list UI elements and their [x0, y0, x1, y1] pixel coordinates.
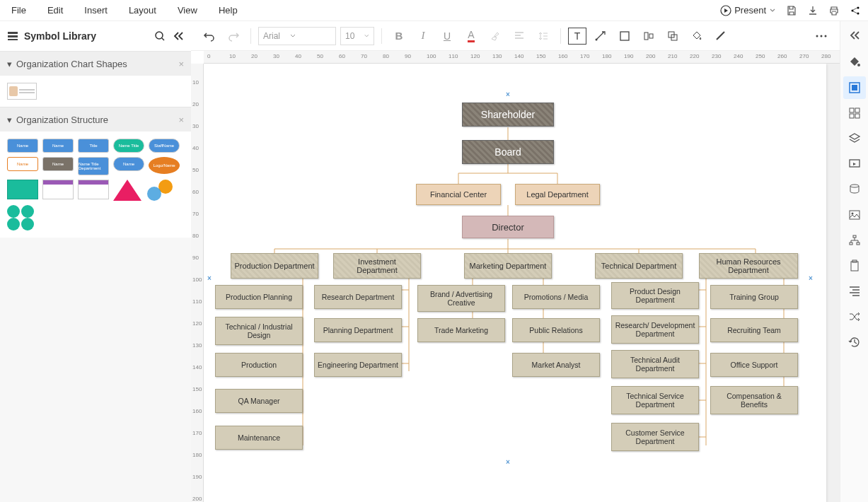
- shape-thumb[interactable]: [7, 83, 37, 100]
- node-sub[interactable]: Product Design Department: [611, 282, 699, 309]
- node-sub[interactable]: Engineering Department: [314, 353, 402, 377]
- node-sub[interactable]: Technical Service Department: [611, 386, 699, 414]
- fill-button[interactable]: [687, 26, 707, 46]
- selection-handle[interactable]: ×: [809, 274, 813, 282]
- slides-icon[interactable]: [843, 153, 866, 175]
- search-icon[interactable]: [154, 30, 166, 42]
- line-style-button[interactable]: [711, 26, 731, 46]
- node-sub[interactable]: Brand / Advertising Creative: [417, 285, 505, 312]
- node-sub[interactable]: Trade Marketing: [417, 318, 505, 342]
- node-sub[interactable]: Training Group: [710, 285, 798, 309]
- history-icon[interactable]: [843, 331, 866, 354]
- font-color-button[interactable]: A: [461, 26, 481, 46]
- node-dept[interactable]: Human Resources Department: [699, 253, 798, 279]
- shape-thumb[interactable]: Name Title Department: [78, 157, 109, 175]
- menu-layout[interactable]: Layout: [129, 5, 156, 16]
- download-icon[interactable]: [807, 5, 818, 16]
- node-sub[interactable]: Public Relations: [512, 318, 600, 342]
- shape-thumb[interactable]: [7, 205, 38, 230]
- node-sub[interactable]: Technical / Industrial Design: [215, 317, 303, 345]
- node-sub[interactable]: QA Manager: [215, 389, 303, 413]
- align-objects-button[interactable]: [639, 26, 659, 46]
- redo-button[interactable]: [224, 26, 243, 46]
- node-shareholder[interactable]: Shareholder: [462, 103, 554, 127]
- node-sub[interactable]: Research/ Development Department: [611, 315, 699, 344]
- text-tool-button[interactable]: T: [568, 28, 586, 45]
- shape-thumb[interactable]: Name: [113, 157, 144, 171]
- menu-edit[interactable]: Edit: [47, 5, 63, 16]
- scrollbar-vertical[interactable]: [830, 64, 840, 502]
- bold-button[interactable]: B: [389, 26, 409, 46]
- clipboard-icon[interactable]: [843, 255, 866, 277]
- underline-button[interactable]: U: [437, 26, 457, 46]
- menu-file[interactable]: File: [11, 5, 26, 16]
- shape-thumb[interactable]: [113, 180, 141, 201]
- shape-thumb[interactable]: Name Title: [113, 139, 144, 153]
- shape-thumb[interactable]: Title: [78, 139, 109, 153]
- format-panel-icon[interactable]: [843, 76, 866, 99]
- selection-handle[interactable]: ×: [506, 458, 510, 466]
- shape-thumb[interactable]: Name: [7, 139, 38, 153]
- shape-thumb[interactable]: Name: [7, 157, 38, 171]
- layers-icon[interactable]: [843, 127, 866, 150]
- node-sub[interactable]: Production: [215, 353, 303, 377]
- node-sub[interactable]: Production Planning: [215, 285, 303, 309]
- node-sub[interactable]: Planning Department: [314, 318, 402, 342]
- font-select[interactable]: Arial: [258, 27, 336, 45]
- theme-icon[interactable]: [843, 51, 866, 74]
- shape-thumb[interactable]: [7, 180, 38, 199]
- menu-insert[interactable]: Insert: [84, 5, 108, 16]
- shape-thumb[interactable]: [42, 180, 74, 199]
- node-financial-center[interactable]: Financial Center: [416, 184, 501, 205]
- node-sub[interactable]: Market Analyst: [512, 353, 600, 377]
- page[interactable]: × × × × Shareholder Board Financial Cent…: [204, 64, 826, 502]
- save-icon[interactable]: [786, 5, 797, 16]
- data-icon[interactable]: [843, 178, 866, 201]
- node-sub[interactable]: Compensation & Benefits: [710, 386, 798, 414]
- highlight-button[interactable]: [485, 26, 505, 46]
- align-button[interactable]: [509, 26, 529, 46]
- menu-view[interactable]: View: [178, 5, 197, 16]
- node-legal-dept[interactable]: Legal Department: [515, 184, 600, 205]
- more-button[interactable]: [811, 26, 831, 46]
- undo-button[interactable]: [199, 26, 219, 46]
- components-icon[interactable]: [843, 102, 866, 124]
- connector-button[interactable]: [591, 26, 611, 46]
- node-dept[interactable]: Marketing Department: [464, 253, 552, 279]
- font-size-select[interactable]: 10: [340, 27, 374, 45]
- shape-thumb[interactable]: Name: [42, 139, 74, 153]
- node-sub[interactable]: Promotions / Media: [512, 285, 600, 309]
- shape-outline-button[interactable]: [615, 26, 635, 46]
- present-button[interactable]: Present: [720, 5, 776, 16]
- node-sub[interactable]: Maintenance: [215, 426, 303, 450]
- menu-help[interactable]: Help: [219, 5, 238, 16]
- selection-handle[interactable]: ×: [207, 274, 212, 282]
- shape-thumb[interactable]: Name: [42, 157, 74, 171]
- shape-thumb[interactable]: Logo/Name: [149, 157, 180, 174]
- section-org-chart-shapes[interactable]: ▾Organization Chart Shapes ×: [0, 52, 191, 76]
- line-spacing-button[interactable]: [533, 26, 553, 46]
- tree-icon[interactable]: [843, 229, 866, 252]
- node-sub[interactable]: Research Department: [314, 285, 402, 309]
- node-sub[interactable]: Recruiting Team: [710, 318, 798, 342]
- node-sub[interactable]: Customer Service Department: [611, 423, 699, 451]
- print-icon[interactable]: [828, 5, 840, 16]
- node-director[interactable]: Director: [462, 216, 554, 238]
- image-icon[interactable]: [843, 204, 866, 226]
- node-dept[interactable]: Investment Department: [333, 253, 421, 279]
- shape-thumb[interactable]: [78, 180, 109, 199]
- section-org-structure[interactable]: ▾Organization Structure ×: [0, 107, 191, 132]
- collapse-left-icon[interactable]: [173, 30, 184, 42]
- shape-thumb[interactable]: [146, 180, 174, 201]
- selection-handle[interactable]: ×: [506, 91, 510, 98]
- node-board[interactable]: Board: [462, 140, 554, 164]
- node-dept[interactable]: Technical Department: [595, 253, 683, 279]
- shape-thumb[interactable]: StaffName: [149, 139, 180, 153]
- share-icon[interactable]: [850, 5, 861, 16]
- italic-button[interactable]: I: [413, 26, 433, 46]
- close-icon[interactable]: ×: [178, 59, 184, 69]
- node-sub[interactable]: Technical Audit Department: [611, 350, 699, 378]
- node-sub[interactable]: Office Support: [710, 353, 798, 377]
- group-button[interactable]: [663, 26, 683, 46]
- collapse-right-icon[interactable]: [840, 27, 869, 44]
